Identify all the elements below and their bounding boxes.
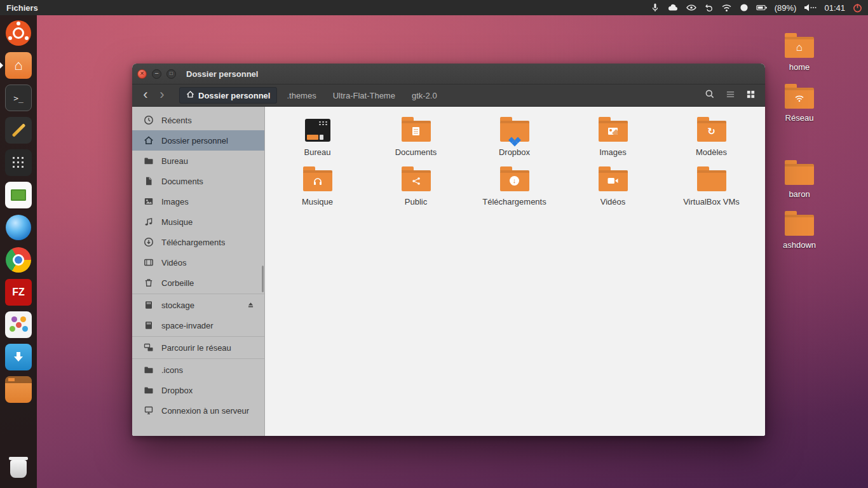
launcher-ubuntu-dash[interactable] [4, 19, 32, 47]
sidebar-item-documents[interactable]: Documents [132, 171, 264, 191]
eye-icon[interactable] [686, 3, 697, 13]
launcher-terminal[interactable] [4, 84, 32, 112]
search-icon[interactable] [705, 89, 715, 102]
window-titlebar[interactable]: Dossier personnel [132, 64, 765, 85]
minimize-button[interactable] [152, 69, 161, 79]
desktop-icon-home[interactable]: home [777, 32, 822, 72]
launcher-web-browser[interactable] [4, 214, 32, 241]
desktop-icon-label: baron [789, 189, 810, 199]
sidebar-item-label: Récents [161, 116, 192, 125]
folder-icon [697, 170, 726, 191]
file-label: Musique [302, 197, 333, 207]
file-item-documents[interactable]: Documents [367, 116, 465, 165]
cloud-icon[interactable] [667, 3, 679, 13]
launcher-orange-app[interactable] [4, 376, 32, 403]
sidebar-item-telechargements[interactable]: Téléchargements [132, 232, 264, 252]
sidebar-item-stockage[interactable]: stockage [132, 295, 264, 315]
desktop-icon-ashdown[interactable]: ashdown [777, 210, 822, 250]
launcher-photos[interactable] [4, 311, 32, 339]
sidebar-item-icons-folder[interactable]: .icons [132, 360, 264, 380]
desktop: Fichiers (89%) 01:41 [0, 0, 868, 488]
forward-button[interactable] [154, 87, 170, 104]
window-title: Dossier personnel [186, 69, 258, 79]
desktop-icon-baron[interactable]: baron [777, 159, 822, 199]
breadcrumb-themes[interactable]: .themes [280, 88, 323, 104]
libreoffice-calc-icon [5, 182, 32, 208]
file-item-modeles[interactable]: Modèles [662, 116, 761, 165]
toolbar-view-controls [705, 89, 756, 102]
file-item-bureau[interactable]: Bureau [268, 116, 367, 165]
drive-icon [144, 320, 154, 330]
text-editor-icon [5, 117, 32, 144]
breadcrumb: Dossier personnel .themes Ultra-Flat-The… [179, 87, 444, 104]
launcher-downloader[interactable] [4, 343, 32, 371]
sidebar-item-videos[interactable]: Vidéos [132, 252, 264, 273]
sidebar-item-images[interactable]: Images [132, 191, 264, 212]
volume-icon[interactable] [803, 3, 817, 13]
desktop-icon-reseau[interactable]: Réseau [777, 83, 822, 123]
sidebar-item-bureau[interactable]: Bureau [132, 151, 264, 171]
grid-view-icon[interactable] [746, 90, 756, 102]
sidebar-item-corbeille[interactable]: Corbeille [132, 273, 264, 293]
eject-button[interactable] [245, 300, 255, 310]
sidebar-item-dropbox[interactable]: Dropbox [132, 380, 264, 400]
sidebar-item-musique[interactable]: Musique [132, 212, 264, 232]
dropbox-folder-icon [500, 121, 529, 142]
app-menu-title[interactable]: Fichiers [6, 3, 38, 13]
wifi-icon[interactable] [721, 3, 732, 12]
sidebar-item-recents[interactable]: Récents [132, 110, 264, 130]
sidebar-item-space-invader[interactable]: space-invader [132, 315, 264, 336]
sidebar-item-parcourir-le-reseau[interactable]: Parcourir le réseau [132, 337, 264, 358]
documents-folder-icon [402, 121, 431, 142]
file-item-images[interactable]: Images [564, 116, 662, 165]
breadcrumb-gtk-2-0[interactable]: gtk-2.0 [405, 88, 444, 104]
sidebar-item-label: Dropbox [161, 386, 193, 395]
sidebar-separator [132, 358, 264, 359]
clock-icon [144, 115, 154, 125]
folder-icon [144, 385, 154, 395]
file-label: Vidéos [600, 197, 626, 207]
file-item-videos[interactable]: Vidéos [564, 165, 662, 215]
maximize-button[interactable] [166, 69, 176, 79]
downloads-folder-icon [500, 170, 529, 191]
launcher-trash[interactable] [4, 455, 32, 483]
microphone-icon[interactable] [650, 3, 660, 13]
filezilla-icon [5, 279, 32, 306]
file-view[interactable]: Bureau Documents Dropbox Images [265, 107, 765, 436]
launcher-calculator[interactable] [4, 149, 32, 177]
sidebar-item-dossier-personnel[interactable]: Dossier personnel [132, 130, 264, 151]
calculator-icon [5, 149, 32, 176]
power-icon[interactable] [852, 3, 863, 13]
folder-icon [144, 156, 154, 166]
launcher-filezilla[interactable] [4, 278, 32, 306]
launcher-libreoffice-calc[interactable] [4, 181, 32, 209]
launcher-files[interactable] [4, 51, 32, 79]
sidebar-item-label: .icons [161, 365, 183, 375]
file-item-musique[interactable]: Musique [268, 165, 367, 215]
sidebar-scrollbar[interactable] [262, 266, 264, 292]
home-icon [144, 135, 154, 146]
file-item-dropbox[interactable]: Dropbox [465, 116, 564, 165]
indicator-circle-icon[interactable] [739, 3, 749, 13]
public-folder-icon [402, 170, 431, 191]
back-button[interactable] [137, 87, 154, 104]
launcher-text-editor[interactable] [4, 116, 32, 144]
battery-percentage[interactable]: (89%) [775, 3, 797, 13]
ubuntu-logo-icon [6, 20, 31, 46]
music-note-icon [144, 217, 154, 227]
file-item-public[interactable]: Public [367, 165, 465, 215]
list-view-icon[interactable] [726, 90, 735, 102]
battery-icon[interactable] [756, 3, 768, 13]
close-button[interactable] [137, 69, 147, 79]
clock[interactable]: 01:41 [824, 3, 845, 13]
breadcrumb-label: .themes [287, 91, 316, 100]
breadcrumb-home[interactable]: Dossier personnel [179, 87, 277, 104]
file-item-telechargements[interactable]: Téléchargements [465, 165, 564, 215]
history-icon[interactable] [704, 3, 714, 13]
breadcrumb-ultra-flat-theme[interactable]: Ultra-Flat-Theme [326, 88, 402, 104]
window-toolbar: Dossier personnel .themes Ultra-Flat-The… [132, 85, 765, 107]
sidebar-item-connexion-serveur[interactable]: Connexion à un serveur [132, 400, 264, 421]
file-label: VirtualBox VMs [683, 197, 740, 207]
launcher-chrome[interactable] [4, 246, 32, 274]
file-item-virtualbox-vms[interactable]: VirtualBox VMs [662, 165, 761, 215]
